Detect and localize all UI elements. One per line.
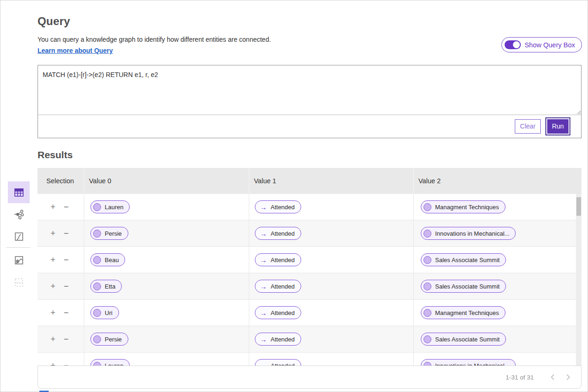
entity-node-icon [424,283,431,290]
remove-from-selection-button[interactable]: − [64,361,69,366]
relationship-arrow-icon: → [260,362,267,366]
add-to-selection-button[interactable]: + [51,308,56,317]
link-chart-view-button[interactable] [8,203,30,225]
table-row: + − Etta →Attended Sales Associate Summi… [38,273,576,300]
relationship-label: Attended [271,283,295,290]
selection-cell: + − [38,300,84,326]
next-page-button[interactable] [563,372,574,383]
entity-label: Sales Associate Summit [435,336,499,343]
entity-pill[interactable]: Sales Associate Summit [421,253,506,266]
results-heading: Results [38,149,73,161]
entity-pill[interactable]: Innovations in Mechanical... [421,227,516,240]
relationship-label: Attended [271,230,295,237]
remove-from-selection-button[interactable]: − [64,335,69,343]
value2-cell: Managment Techniques [413,194,576,220]
table-row: + − Persie →Attended Innovations in Mech… [38,220,576,247]
relationship-pill[interactable]: →Attended [255,359,301,366]
entity-pill[interactable]: Innovations in Mechanical... [421,359,516,366]
entity-node-icon [424,309,431,317]
entity-pill[interactable]: Beau [90,253,125,266]
entity-label: Persie [105,230,122,237]
entity-pill[interactable]: Etta [90,280,122,293]
entity-label: Sales Associate Summit [435,257,499,263]
relationship-label: Attended [271,309,295,316]
entity-pill[interactable]: Sales Associate Summit [421,280,506,293]
clear-button[interactable]: Clear [515,119,541,134]
relationship-pill[interactable]: →Attended [255,280,301,293]
link-chart-view-icon [13,209,25,220]
table-scrollbar[interactable] [576,194,582,366]
relationship-pill[interactable]: →Attended [255,333,301,346]
relationship-label: Attended [271,336,295,343]
value0-cell: Lauren [84,194,249,220]
results-footer: 1-31 of 31 [38,366,582,389]
entity-node-icon [93,203,101,211]
add-to-selection-button[interactable]: + [51,203,56,211]
add-to-selection-button[interactable]: + [51,282,56,290]
entity-pill[interactable]: Lauren [90,200,130,213]
relationship-pill[interactable]: →Attended [255,306,301,319]
relationship-pill[interactable]: →Attended [255,227,301,240]
map-view-icon [13,231,25,242]
relationship-pill[interactable]: →Attended [255,253,301,266]
entity-pill[interactable]: Uri [90,306,119,319]
value2-cell: Managment Techniques [413,300,576,326]
value1-cell: →Attended [249,273,413,299]
relationship-pill[interactable]: →Attended [255,200,301,213]
add-to-map-button[interactable] [8,249,30,271]
value0-cell: Beau [84,247,249,273]
query-box: MATCH (e1)-[r]->(e2) RETURN e1, r, e2 Cl… [38,65,582,138]
page-description: You can query a knowledge graph to ident… [38,36,271,43]
query-input[interactable]: MATCH (e1)-[r]->(e2) RETURN e1, r, e2 [38,65,581,115]
add-to-selection-button[interactable]: + [51,335,56,343]
entity-node-icon [424,230,431,238]
table-view-button[interactable] [8,181,30,203]
remove-from-selection-button[interactable]: − [64,256,69,264]
entity-pill[interactable]: Persie [90,227,128,240]
toggle-switch-icon[interactable] [505,40,521,49]
entity-pill[interactable]: Persie [90,333,128,346]
entity-pill[interactable]: Sales Associate Summit [421,333,506,346]
entity-pill[interactable]: Managment Techniques [421,200,506,213]
value2-cell: Sales Associate Summit [413,247,576,273]
entity-label: Uri [105,309,113,316]
results-table-body: + − Lauren →Attended Managment Technique… [38,194,582,366]
results-table-header: Selection Value 0 Value 1 Value 2 [38,168,582,194]
entity-node-icon [424,203,431,211]
entity-label: Beau [105,257,119,263]
add-to-selection-button[interactable]: + [51,256,56,264]
remove-from-selection-button[interactable]: − [64,203,69,211]
entity-label: Etta [105,283,115,290]
remove-from-selection-button[interactable]: − [64,308,69,317]
table-row: + − Persie →Attended Sales Associate Sum… [38,326,576,353]
value2-cell: Sales Associate Summit [413,326,576,352]
table-scrollbar-thumb[interactable] [576,197,581,216]
value0-cell: Persie [84,326,249,352]
relationship-arrow-icon: → [260,257,267,263]
entity-pill[interactable]: Managment Techniques [421,306,506,319]
query-actions-bar: Clear Run [38,115,581,138]
relationship-arrow-icon: → [260,336,267,343]
value0-cell: Lauren [84,353,249,366]
entity-label: Lauren [105,362,123,366]
run-button[interactable]: Run [547,119,569,134]
previous-page-button[interactable] [547,372,558,383]
entity-pill[interactable]: Lauren [90,359,130,366]
add-to-selection-button[interactable]: + [51,229,56,238]
relationship-arrow-icon: → [260,309,267,316]
value1-cell: →Attended [249,353,413,366]
table-row: + − Uri →Attended Managment Techniques [38,300,576,326]
show-query-box-toggle[interactable]: Show Query Box [501,37,582,52]
map-view-button[interactable] [8,225,30,247]
relationship-arrow-icon: → [260,283,267,290]
value0-cell: Uri [84,300,249,326]
results-table: Selection Value 0 Value 1 Value 2 + − La… [38,168,582,366]
add-to-selection-button[interactable]: + [51,361,56,366]
remove-from-selection-button[interactable]: − [64,229,69,238]
learn-more-link[interactable]: Learn more about Query [38,47,113,54]
relationship-label: Attended [271,362,295,366]
relationship-label: Attended [271,257,295,263]
toolbar-divider [6,247,30,248]
remove-from-selection-button[interactable]: − [64,282,69,290]
selection-cell: + − [38,353,84,366]
